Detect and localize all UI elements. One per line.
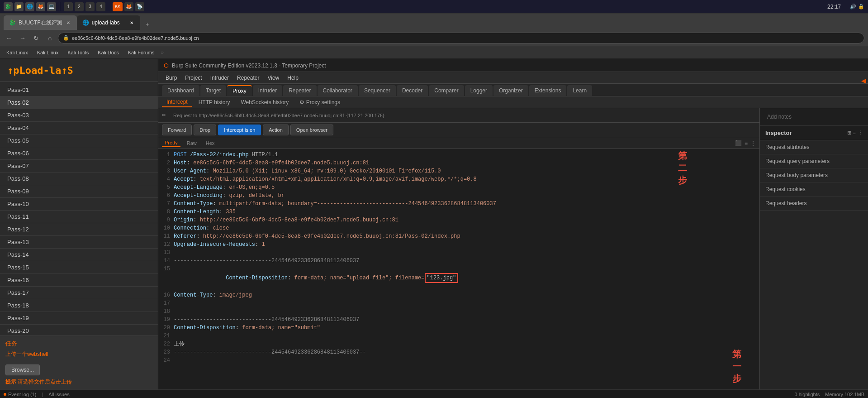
inspector-request-headers[interactable]: Request headers [760,197,868,211]
pass-item-18[interactable]: Pass-18 [0,299,158,312]
pass-item-07[interactable]: Pass-07 [0,160,158,173]
taskbar-burp-icon[interactable]: BS [113,2,123,11]
taskbar-icon-num4[interactable]: 4 [96,2,105,11]
inspector-body-params[interactable]: Request body parameters [760,168,868,182]
inspector-grid-icon[interactable]: ⊞ [847,130,851,136]
taskbar-icon-terminal[interactable]: 💻 [47,2,56,11]
browse-button[interactable]: Browse... [5,364,40,375]
view-tab-hex[interactable]: Hex [203,139,218,147]
taskbar-icon-num2[interactable]: 2 [75,2,84,11]
back-button[interactable]: ← [4,33,14,43]
inspector-list-icon[interactable]: ≡ [853,130,856,136]
browser-tab-upload-labs[interactable]: 🌐 upload-labs ✕ [77,15,140,30]
taskbar-icon-app2[interactable]: 🦊 [124,2,133,11]
view-tab-pretty[interactable]: Pretty [162,139,180,147]
forward-button[interactable]: Forward [162,125,192,135]
pass-item-15[interactable]: Pass-15 [0,261,158,274]
menu-burp[interactable]: Burp [162,73,180,82]
tab-learn[interactable]: Learn [567,85,592,96]
proxy-tab-intercept[interactable]: Intercept [162,97,192,107]
pass-item-19[interactable]: Pass-19 [0,312,158,325]
view-tab-raw[interactable]: Raw [184,139,199,147]
tab-logger[interactable]: Logger [465,85,493,96]
action-button[interactable]: Action [263,125,289,135]
tab-decoder[interactable]: Decoder [397,85,428,96]
bookmark-kali-linux-text[interactable]: Kali Linux [34,49,62,56]
taskbar-icon-num3[interactable]: 3 [85,2,95,11]
inspector-request-attributes[interactable]: Request attributes [760,140,868,154]
menu-intruder[interactable]: Intruder [207,73,232,82]
tab-organizer[interactable]: Organizer [493,85,528,96]
main-content: ↑pLoad-la↑S Pass-01 Pass-02 Pass-03 Pass… [0,59,868,389]
tab-close-upload[interactable]: ✕ [128,19,135,26]
intercept-button[interactable]: Intercept is on [218,125,261,135]
pass-item-13[interactable]: Pass-13 [0,236,158,249]
home-button[interactable]: ⌂ [44,33,55,43]
add-notes-input[interactable] [764,110,864,124]
new-tab-button[interactable]: + [142,19,153,30]
indent-icon[interactable]: ≡ [745,140,748,146]
view-tabs-bar: Pretty Raw Hex ⬛ ≡ ⋮ [158,137,759,149]
pass-item-10[interactable]: Pass-10 [0,198,158,211]
browser-tab-buuctf[interactable]: 🐉 BUUCTF在线评测 ✕ [4,15,77,30]
drop-button[interactable]: Drop [194,125,216,135]
menu-project[interactable]: Project [181,73,205,82]
tab-proxy[interactable]: Proxy [227,85,252,96]
open-browser-button[interactable]: Open browser [290,125,333,135]
event-log-text[interactable]: Event log (1) [8,392,36,397]
tab-close-buuctf[interactable]: ✕ [65,19,71,26]
refresh-button[interactable]: ↻ [31,33,42,43]
tab-comparer[interactable]: Comparer [429,85,464,96]
pass-item-06[interactable]: Pass-06 [0,147,158,160]
inspector-cookies[interactable]: Request cookies [760,182,868,197]
taskbar-icon-folder[interactable]: 📁 [14,2,24,11]
inspector-query-params[interactable]: Request query parameters [760,154,868,168]
tab-sequencer[interactable]: Sequencer [359,85,396,96]
pass-item-12[interactable]: Pass-12 [0,223,158,236]
proxy-tab-settings[interactable]: ⚙ Proxy settings [295,98,345,107]
pass-item-14[interactable]: Pass-14 [0,249,158,261]
pass-item-01[interactable]: Pass-01 [0,84,158,96]
pass-item-08[interactable]: Pass-08 [0,173,158,185]
tab-intruder[interactable]: Intruder [253,85,282,96]
taskbar-icon-num1[interactable]: 1 [64,2,73,11]
menu-repeater[interactable]: Repeater [233,73,263,82]
proxy-subtabs: Intercept HTTP history WebSockets histor… [158,96,868,108]
tab-dashboard[interactable]: Dashboard [162,85,199,96]
url-bar[interactable]: 🔒 ee86c5c6-6bf0-4dc5-8ea8-e9fe4b02dee7.n… [58,33,864,43]
bookmark-kali-tools[interactable]: Kali Tools [65,49,91,56]
tab-extensions[interactable]: Extensions [529,85,567,96]
pass-item-04[interactable]: Pass-04 [0,122,158,134]
inspector-more-icon[interactable]: ⋮ [858,130,863,136]
bookmark-kali-docs[interactable]: Kali Docs [95,49,121,56]
pass-item-02[interactable]: Pass-02 [0,96,158,109]
forward-button[interactable]: → [17,33,28,43]
all-issues-text[interactable]: All issues [48,392,69,397]
editor-inspector-area: ✏ Request to http://ee86c5c6-6bf0-4dc5-8… [158,108,868,389]
code-line-22: 22 上传 [158,340,759,348]
more-icon[interactable]: ⋮ [750,140,756,146]
taskbar-icon-dragon[interactable]: 🐉 [4,2,13,11]
pass-item-20[interactable]: Pass-20 [0,325,158,336]
proxy-tab-http-history[interactable]: HTTP history [194,98,235,107]
bookmark-kali-forums[interactable]: Kali Forums [125,49,157,56]
taskbar-icon-app3[interactable]: 📡 [135,2,144,11]
pass-item-17[interactable]: Pass-17 [0,287,158,299]
taskbar-icon-browser1[interactable]: 🌐 [25,2,34,11]
tab-repeater[interactable]: Repeater [283,85,316,96]
menu-help[interactable]: Help [284,73,302,82]
taskbar-icon-firefox[interactable]: 🦊 [36,2,45,11]
code-line-2: 2 Host: ee86c5c6-6bf0-4dc5-8ea8-e9fe4b02… [158,159,759,167]
pass-item-16[interactable]: Pass-16 [0,274,158,287]
proxy-tab-websockets[interactable]: WebSockets history [237,98,294,107]
menu-view[interactable]: View [264,73,283,82]
pass-item-09[interactable]: Pass-09 [0,185,158,198]
tab-collaborator[interactable]: Collaborator [318,85,358,96]
bookmark-kali-linux[interactable]: Kali Linux [4,49,31,56]
pass-item-03[interactable]: Pass-03 [0,109,158,122]
code-editor[interactable]: 1 POST /Pass-02/index.php HTTP/1.1 2 Hos… [158,149,759,389]
tab-target[interactable]: Target [200,85,226,96]
pass-item-11[interactable]: Pass-11 [0,211,158,223]
pass-item-05[interactable]: Pass-05 [0,134,158,147]
wrap-icon[interactable]: ⬛ [735,140,742,146]
